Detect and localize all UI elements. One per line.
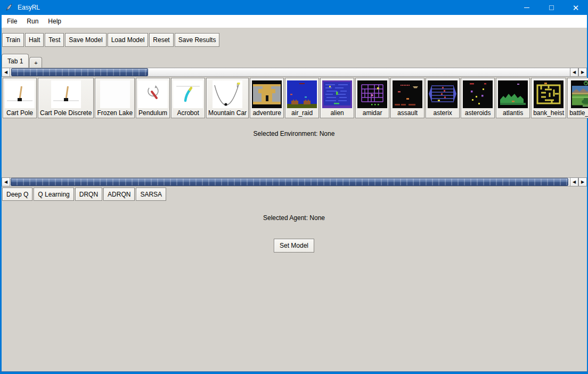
env-image-asteroids (463, 80, 493, 108)
selected-environment-label: Selected Environment: None (0, 130, 588, 137)
menu-item-file[interactable]: File (6, 17, 18, 26)
env-image-assault (393, 80, 422, 108)
env-card-atlantis[interactable]: atlantis (496, 78, 530, 118)
env-card-label: Pendulum (138, 109, 167, 117)
window-border-bottom (0, 371, 588, 374)
env-card-label: atlantis (503, 109, 523, 117)
env-scroll-right-button[interactable]: ▶ (578, 68, 587, 77)
agent-scroll-right-button[interactable]: ▶ (578, 177, 587, 186)
environment-list: Cart PoleCart Pole DiscreteFrozen LakePe… (2, 78, 588, 118)
env-card-battle-zone[interactable]: battle_zone (567, 78, 588, 118)
scroll-left-arrow-icon: ◀ (4, 70, 7, 75)
scroll-right-arrow-icon: ▶ (581, 180, 584, 184)
window-controls: ✕ (514, 0, 588, 15)
scroll-left-arrow-icon: ◀ (573, 70, 576, 75)
env-card-adventure[interactable]: adventure (250, 78, 284, 118)
env-card-alien[interactable]: alien (320, 78, 354, 118)
minimize-icon (524, 7, 529, 8)
scroll-right-arrow-icon: ▶ (581, 70, 584, 75)
easyrl-window: EasyRL ✕ FileRunHelp TrainHaltTestSave M… (0, 0, 588, 374)
menubar: FileRunHelp (2, 15, 587, 28)
agent-tab-sarsa[interactable]: SARSA (136, 188, 166, 201)
env-image-acrobot (173, 80, 203, 108)
agent-tabs: Deep QQ LearningDRQNADRQNSARSA (2, 188, 166, 201)
env-card-label: battle_zone (569, 109, 588, 117)
env-image-cartpole (5, 80, 35, 108)
tab-1[interactable]: Tab 1 (2, 54, 29, 68)
env-card-label: Cart Pole (6, 109, 33, 117)
env-card-label: assault (397, 109, 418, 117)
env-card-cart-pole-discrete[interactable]: Cart Pole Discrete (38, 78, 94, 118)
env-image-battlezone (571, 80, 588, 108)
env-card-pendulum[interactable]: Pendulum (136, 78, 170, 118)
toolbar-button-save-results[interactable]: Save Results (175, 33, 220, 47)
toolbar-button-train[interactable]: Train (2, 33, 24, 47)
env-card-label: Frozen Lake (97, 109, 133, 117)
minimize-button[interactable] (514, 0, 539, 15)
env-scrollbar-thumb[interactable] (11, 68, 148, 76)
env-card-label: air_raid (291, 109, 313, 117)
close-icon: ✕ (573, 4, 579, 12)
env-card-label: asterix (433, 109, 452, 117)
toolbar-button-load-model[interactable]: Load Model (108, 33, 149, 47)
env-card-asterix[interactable]: asterix (426, 78, 460, 118)
toolbar-button-save-model[interactable]: Save Model (65, 33, 106, 47)
env-card-air-raid[interactable]: air_raid (285, 78, 319, 118)
env-card-label: asteroids (465, 109, 491, 117)
toolbar-button-test[interactable]: Test (45, 33, 64, 47)
env-card-label: adventure (252, 109, 281, 117)
env-card-asteroids[interactable]: asteroids (461, 78, 495, 118)
toolbar-button-halt[interactable]: Halt (25, 33, 44, 47)
agent-scrollbar: ◀ ◀ ▶ (2, 177, 587, 186)
env-scroll-left-end-button[interactable]: ◀ (570, 68, 578, 77)
env-card-assault[interactable]: assault (390, 78, 424, 118)
agent-tab-q-learning[interactable]: Q Learning (34, 188, 74, 201)
agent-tab-drqn[interactable]: DRQN (75, 188, 102, 201)
env-image-adventure (252, 80, 282, 108)
tabbar: Tab 1 + (2, 53, 587, 68)
env-image-asterix (428, 80, 458, 108)
scroll-left-arrow-icon: ◀ (573, 180, 576, 184)
env-card-acrobot[interactable]: Acrobot (171, 78, 205, 118)
add-tab-button[interactable]: + (29, 57, 42, 68)
env-card-cart-pole[interactable]: Cart Pole (3, 78, 37, 118)
env-scroll-left-button[interactable]: ◀ (2, 68, 10, 77)
menu-item-run[interactable]: Run (26, 17, 39, 26)
environment-scrollbar: ◀ ◀ ▶ (2, 68, 587, 77)
env-card-label: Cart Pole Discrete (40, 109, 92, 117)
toolbar: TrainHaltTestSave ModelLoad ModelResetSa… (2, 28, 587, 53)
maximize-button[interactable] (539, 0, 564, 15)
env-image-mountaincar (213, 80, 242, 108)
agent-scroll-left-end-button[interactable]: ◀ (570, 177, 578, 186)
env-card-label: Mountain Car (208, 109, 247, 117)
env-card-label: amidar (363, 109, 382, 117)
maximize-icon (549, 5, 554, 10)
env-card-label: Acrobot (177, 109, 199, 117)
env-card-label: alien (330, 109, 344, 117)
menu-item-help[interactable]: Help (47, 17, 62, 26)
agent-scroll-left-button[interactable]: ◀ (2, 177, 10, 186)
env-card-frozen-lake[interactable]: Frozen Lake (95, 78, 135, 118)
env-card-bank-heist[interactable]: bank_heist (531, 78, 566, 118)
env-scrollbar-track[interactable] (10, 68, 570, 77)
env-image-pendulum (138, 80, 168, 108)
close-button[interactable]: ✕ (564, 0, 588, 15)
scroll-left-arrow-icon: ◀ (4, 180, 7, 184)
env-card-amidar[interactable]: amidar (355, 78, 389, 118)
agent-tab-adrqn[interactable]: ADRQN (103, 188, 135, 201)
env-image-atlantis (498, 80, 528, 108)
env-image-frozenlake (100, 80, 130, 108)
titlebar: EasyRL ✕ (0, 0, 588, 15)
env-image-cartpole (51, 80, 81, 108)
env-image-alien (322, 80, 352, 108)
agent-tab-deep-q[interactable]: Deep Q (2, 188, 32, 201)
env-image-amidar (357, 80, 387, 108)
agent-scrollbar-track[interactable] (10, 177, 570, 186)
env-image-bankheist (534, 80, 564, 108)
app-feather-icon (5, 3, 13, 12)
agent-scrollbar-thumb[interactable] (11, 178, 568, 186)
env-card-mountain-car[interactable]: Mountain Car (206, 78, 249, 118)
set-model-button[interactable]: Set Model (274, 239, 314, 253)
toolbar-button-reset[interactable]: Reset (149, 33, 173, 47)
env-image-airraid (287, 80, 317, 108)
